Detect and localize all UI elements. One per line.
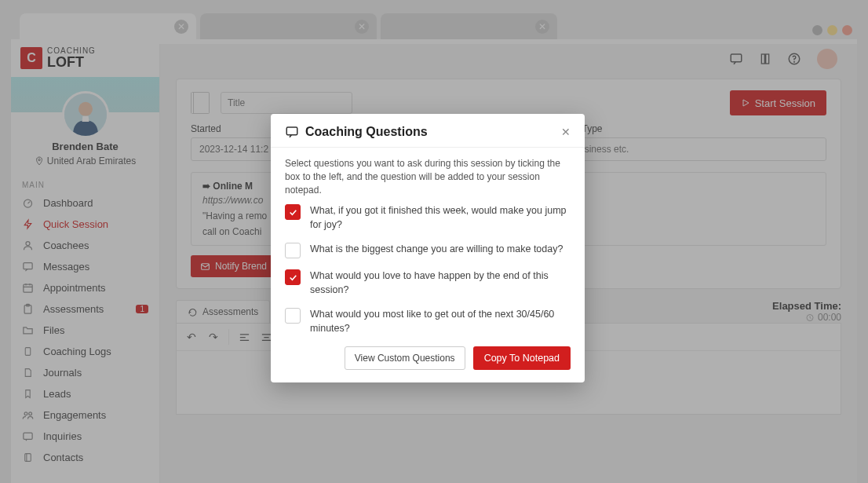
question-row: What would you love to have happen by th… — [285, 269, 571, 297]
question-text: What would you love to have happen by th… — [310, 269, 571, 297]
question-checkbox[interactable] — [285, 269, 301, 285]
question-checkbox[interactable] — [285, 243, 301, 258]
question-row: What is the biggest change you are willi… — [285, 243, 571, 258]
modal-description: Select questions you want to ask during … — [285, 157, 571, 196]
question-text: What is the biggest change you are willi… — [310, 243, 563, 258]
copy-to-notepad-button[interactable]: Copy To Notepad — [473, 346, 571, 370]
chat-question-icon — [285, 125, 299, 139]
question-text: What, if you got it finished this week, … — [310, 204, 571, 232]
check-icon — [288, 273, 298, 283]
question-row: What, if you got it finished this week, … — [285, 204, 571, 232]
question-checkbox[interactable] — [285, 204, 301, 220]
coaching-questions-modal: Coaching Questions ✕ Select questions yo… — [271, 114, 585, 382]
check-icon — [288, 207, 298, 218]
close-button[interactable]: ✕ — [561, 126, 571, 138]
view-custom-questions-button[interactable]: View Custom Questions — [345, 346, 465, 370]
question-checkbox[interactable] — [285, 308, 301, 324]
modal-title: Coaching Questions — [305, 125, 428, 139]
svg-rect-21 — [286, 127, 297, 135]
question-text: What would you most like to get out of t… — [310, 308, 571, 335]
question-row: What would you most like to get out of t… — [285, 308, 571, 335]
